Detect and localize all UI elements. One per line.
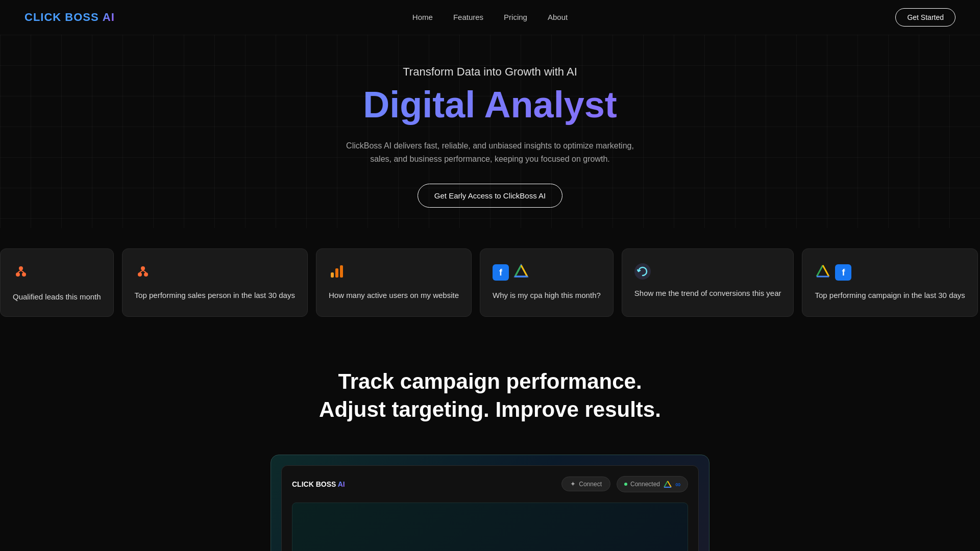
card-1-icons xyxy=(135,263,295,282)
google-analytics-icon xyxy=(329,263,345,282)
connect-button[interactable]: ✦ Connect xyxy=(561,477,610,491)
svg-line-9 xyxy=(143,270,146,272)
dashboard-connect: ✦ Connect Connected ∞ xyxy=(561,476,688,492)
svg-line-21 xyxy=(664,481,668,487)
hero-subtitle: Transform Data into Growth with AI xyxy=(10,65,970,79)
card-4[interactable]: Show me the trend of conversions this ye… xyxy=(622,248,794,317)
card-0[interactable]: Qualified leads this month xyxy=(0,248,114,317)
svg-line-15 xyxy=(515,265,521,277)
connected-label: Connected xyxy=(630,481,660,488)
logo-ss: SS xyxy=(83,11,102,23)
svg-rect-10 xyxy=(331,272,334,278)
section2-title: Track campaign performance. Adjust targe… xyxy=(311,368,669,423)
cards-strip: Qualified leads this month Top performin… xyxy=(0,228,980,337)
card-4-text: Show me the trend of conversions this ye… xyxy=(634,288,781,298)
sparkle-icon: ✦ xyxy=(570,480,576,488)
google-ads-icon-2 xyxy=(815,263,831,282)
connected-dot xyxy=(624,483,627,486)
facebook-icon: f xyxy=(493,264,509,281)
nav-features[interactable]: Features xyxy=(453,13,483,21)
card-3-icons: f xyxy=(493,263,601,282)
svg-line-19 xyxy=(823,265,829,277)
card-0-text: Qualified leads this month xyxy=(13,291,101,302)
svg-point-5 xyxy=(141,266,145,270)
logo: CLICK BOSS AI xyxy=(24,11,115,24)
svg-rect-11 xyxy=(335,268,338,278)
dashboard-header: CLICK BOSS AI ✦ Connect Connected xyxy=(292,476,688,492)
svg-line-3 xyxy=(18,270,21,272)
section2: Track campaign performance. Adjust targe… xyxy=(0,337,980,551)
connect-label: Connect xyxy=(579,481,602,488)
logo-o: O xyxy=(74,11,83,23)
card-1[interactable]: Top performing sales person in the last … xyxy=(122,248,308,317)
svg-line-4 xyxy=(21,270,24,272)
logo-text: CLICK B xyxy=(24,11,74,23)
google-ads-icon xyxy=(513,263,529,282)
get-started-button[interactable]: Get Started xyxy=(895,8,955,27)
hero-description: ClickBoss AI delivers fast, reliable, an… xyxy=(337,139,643,165)
hero-cta-button[interactable]: Get Early Access to ClickBoss AI xyxy=(418,184,562,208)
connected-badge: Connected ∞ xyxy=(617,476,688,492)
svg-marker-13 xyxy=(515,265,527,277)
dashboard-logo: CLICK BOSS AI xyxy=(292,480,345,488)
dashboard-preview: CLICK BOSS AI ✦ Connect Connected xyxy=(271,455,709,551)
card-0-icons xyxy=(13,263,101,283)
svg-line-22 xyxy=(668,481,671,487)
svg-point-0 xyxy=(19,266,23,270)
refresh-icon xyxy=(634,263,651,280)
card-5-icons: f xyxy=(815,263,965,282)
svg-point-6 xyxy=(138,272,142,277)
svg-line-8 xyxy=(140,270,143,272)
svg-line-16 xyxy=(521,265,527,277)
nav-pricing[interactable]: Pricing xyxy=(504,13,527,21)
nav-about[interactable]: About xyxy=(548,13,568,21)
google-ads-small-icon xyxy=(663,480,672,489)
hero-title: Digital Analyst xyxy=(10,85,970,125)
svg-point-2 xyxy=(22,272,26,277)
nav-links: Home Features Pricing About xyxy=(412,13,568,22)
card-2-icons xyxy=(329,263,459,282)
card-5-text: Top performing campaign in the last 30 d… xyxy=(815,290,965,300)
hubspot-icon xyxy=(13,263,29,283)
svg-point-7 xyxy=(144,272,148,277)
hero-section: Transform Data into Growth with AI Digit… xyxy=(0,35,980,228)
card-5[interactable]: f Top performing campaign in the last 30… xyxy=(802,248,977,317)
navigation: CLICK BOSS AI Home Features Pricing Abou… xyxy=(0,0,980,35)
card-1-text: Top performing sales person in the last … xyxy=(135,290,295,300)
card-3[interactable]: f Why is my cpa high this month? xyxy=(480,248,614,317)
svg-line-18 xyxy=(817,265,823,277)
svg-point-1 xyxy=(16,272,20,277)
hubspot-icon-1 xyxy=(135,263,151,282)
dashboard-logo-ai: AI xyxy=(338,480,345,488)
facebook-icon-2: f xyxy=(835,264,851,281)
logo-ai: AI xyxy=(103,11,115,23)
dashboard-inner: CLICK BOSS AI ✦ Connect Connected xyxy=(281,465,699,551)
chart-area xyxy=(292,503,688,551)
card-4-icons xyxy=(634,263,781,280)
card-2[interactable]: How many active users on my website xyxy=(316,248,472,317)
card-2-text: How many active users on my website xyxy=(329,290,459,300)
svg-marker-14 xyxy=(515,265,527,277)
svg-rect-12 xyxy=(340,265,343,278)
meta-icon: ∞ xyxy=(675,480,680,488)
card-3-text: Why is my cpa high this month? xyxy=(493,290,601,300)
nav-home[interactable]: Home xyxy=(412,13,433,21)
